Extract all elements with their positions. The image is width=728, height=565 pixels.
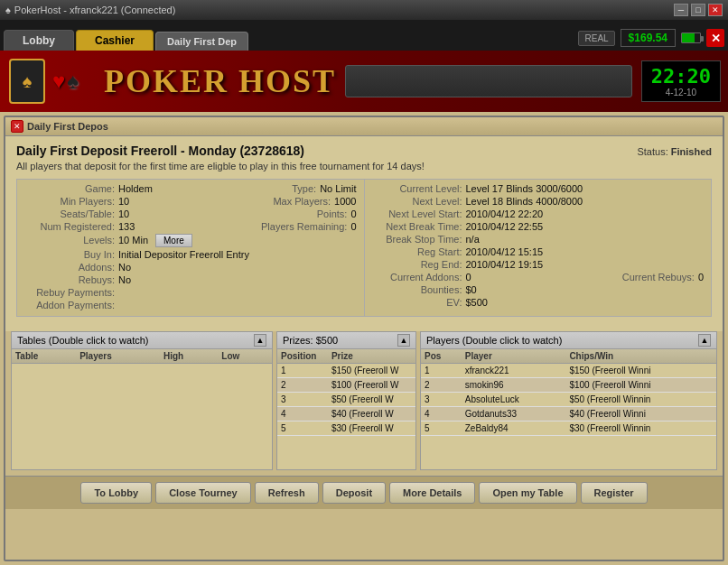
players-scroll-container[interactable]: Pos Player Chips/Win 1xfranck221$150 (Fr… bbox=[421, 349, 716, 469]
next-level-start-value: 2010/04/12 22:20 bbox=[466, 208, 544, 219]
title-bar: ♠ PokerHost - xfranck221 (Connected) ─ □… bbox=[0, 0, 728, 20]
player-pos: 4 bbox=[421, 407, 462, 421]
prizes-scroll-container[interactable]: Position Prize 1$150 (Freeroll W2$100 (F… bbox=[277, 349, 415, 469]
addon-payments-row: Addon Payments: bbox=[24, 300, 357, 310]
min-players-value: 10 bbox=[118, 196, 129, 207]
levels-label: Levels: bbox=[24, 235, 115, 245]
player-name: ZeBaldy84 bbox=[462, 421, 566, 436]
prizes-panel-header: Prizes: $500 ▲ bbox=[277, 332, 415, 349]
tables-col-players: Players bbox=[76, 349, 160, 364]
players-panel-header: Players (Double click to watch) ▲ bbox=[421, 332, 716, 349]
logo: ♠ ♥ ♠ POKER HOST bbox=[0, 59, 336, 104]
deposit-button[interactable]: Deposit bbox=[322, 482, 386, 504]
more-details-button[interactable]: More Details bbox=[389, 482, 475, 504]
prize-value: $100 (Freeroll W bbox=[328, 378, 415, 393]
rebuys-row: Rebuys: No bbox=[24, 274, 357, 285]
player-row[interactable]: 1xfranck221$150 (Freeroll Winni bbox=[421, 364, 716, 378]
refresh-button[interactable]: Refresh bbox=[255, 482, 319, 504]
game-label: Game: bbox=[24, 183, 115, 194]
levels-row: Levels: 10 Min More bbox=[24, 234, 357, 247]
player-row[interactable]: 4Gotdanuts33$40 (Freeroll Winni bbox=[421, 407, 716, 421]
open-my-table-button[interactable]: Open my Table bbox=[479, 482, 576, 504]
num-reg-value: 133 bbox=[118, 221, 135, 232]
prizes-panel: Prizes: $500 ▲ Position Prize 1$150 (Fr bbox=[276, 331, 416, 470]
min-players-label: Min Players: bbox=[24, 196, 115, 207]
close-tourney-button[interactable]: Close Tourney bbox=[155, 482, 251, 504]
tables-col-high: High bbox=[160, 349, 218, 364]
tables-scroll-container[interactable]: Table Players High Low bbox=[12, 349, 272, 469]
player-pos: 1 bbox=[421, 364, 462, 378]
next-level-row: Next Level: Level 18 Blinds 4000/8000 bbox=[372, 196, 705, 207]
info-right-panel: Current Level: Level 17 Blinds 3000/6000… bbox=[365, 179, 713, 317]
cashier-tab[interactable]: Cashier bbox=[76, 30, 154, 51]
player-name: smokin96 bbox=[462, 378, 566, 393]
players-table: Pos Player Chips/Win 1xfranck221$150 (Fr… bbox=[421, 349, 716, 436]
players-panel: Players (Double click to watch) ▲ Pos Pl… bbox=[420, 331, 717, 470]
addons-label: Addons: bbox=[24, 262, 115, 273]
maximize-button[interactable]: □ bbox=[691, 4, 705, 16]
prizes-col-prize: Prize bbox=[328, 349, 415, 364]
prize-pos: 3 bbox=[277, 393, 328, 407]
minimize-button[interactable]: ─ bbox=[674, 4, 688, 16]
bottom-bar: To Lobby Close Tourney Refresh Deposit M… bbox=[5, 476, 723, 509]
player-chips: $30 (Freeroll Winnin bbox=[565, 421, 716, 436]
ev-row: EV: $500 bbox=[372, 297, 705, 308]
players-row: Min Players: 10 Max Players: 1000 bbox=[24, 196, 357, 207]
prize-value: $40 (Freeroll W bbox=[328, 407, 415, 421]
nav-right: REAL $169.54 ✕ bbox=[578, 29, 724, 51]
break-stop-value: n/a bbox=[466, 234, 480, 245]
current-rebuys-value: 0 bbox=[698, 272, 704, 282]
tables-scroll-up[interactable]: ▲ bbox=[254, 334, 266, 347]
next-break-label: Next Break Time: bbox=[372, 221, 462, 232]
close-window-button[interactable]: ✕ bbox=[708, 4, 723, 16]
title-bar-controls: ─ □ ✕ bbox=[674, 4, 723, 16]
rebuys-value: No bbox=[118, 274, 131, 285]
app-frame: ♠ PokerHost - xfranck221 (Connected) ─ □… bbox=[0, 0, 728, 565]
next-level-value: Level 18 Blinds 4000/8000 bbox=[466, 196, 583, 207]
registered-row: Num Registered: 133 Players Remaining: 0 bbox=[24, 221, 357, 232]
players-col-chips: Chips/Win bbox=[565, 349, 716, 364]
lobby-tab[interactable]: Lobby bbox=[4, 30, 74, 51]
prizes-header-text: Prizes: $500 bbox=[283, 335, 338, 346]
current-level-row: Current Level: Level 17 Blinds 3000/6000 bbox=[372, 183, 705, 194]
to-lobby-button[interactable]: To Lobby bbox=[80, 482, 152, 504]
game-row: Game: Holdem Type: No Limit bbox=[24, 183, 357, 194]
addons-row: Addons: No bbox=[24, 262, 357, 273]
prize-row: 1$150 (Freeroll W bbox=[277, 364, 415, 378]
window-close-button[interactable]: ✕ bbox=[11, 120, 23, 133]
info-grid: Game: Holdem Type: No Limit Min Players:… bbox=[16, 179, 712, 317]
window-title: Daily First Depos bbox=[27, 121, 108, 132]
points-value: 0 bbox=[350, 208, 356, 219]
player-row[interactable]: 2smokin96$100 (Freeroll Winni bbox=[421, 378, 716, 393]
player-row[interactable]: 3AbsoluteLuck$50 (Freeroll Winnin bbox=[421, 393, 716, 407]
balance-display: $169.54 bbox=[621, 29, 676, 47]
players-scroll-up[interactable]: ▲ bbox=[698, 334, 711, 347]
main-window: ✕ Daily First Depos Daily First Deposit … bbox=[4, 116, 724, 561]
prizes-scroll-up[interactable]: ▲ bbox=[397, 334, 410, 347]
current-level-label: Current Level: bbox=[372, 183, 462, 194]
rebuys-label: Rebuys: bbox=[24, 274, 115, 285]
prize-pos: 5 bbox=[277, 421, 328, 436]
status-value: Finished bbox=[671, 146, 712, 157]
prize-row: 3$50 (Freeroll W bbox=[277, 393, 415, 407]
tournament-title: Daily First Deposit Freeroll - Monday (2… bbox=[16, 144, 304, 158]
daily-first-dep-tab[interactable]: Daily First Dep bbox=[155, 32, 248, 51]
more-button[interactable]: More bbox=[155, 234, 192, 247]
tournament-subtitle: All players that deposit for the first t… bbox=[16, 161, 712, 171]
bounties-row: Bounties: $0 bbox=[372, 284, 705, 295]
prizes-col-position: Position bbox=[277, 349, 328, 364]
clock-time: 22:20 bbox=[651, 65, 711, 88]
prize-row: 2$100 (Freeroll W bbox=[277, 378, 415, 393]
register-button[interactable]: Register bbox=[581, 482, 648, 504]
nav-bar: Lobby Cashier Daily First Dep REAL $169.… bbox=[0, 20, 728, 51]
next-level-start-label: Next Level Start: bbox=[372, 208, 462, 219]
prize-row: 4$40 (Freeroll W bbox=[277, 407, 415, 421]
player-row[interactable]: 5ZeBaldy84$30 (Freeroll Winnin bbox=[421, 421, 716, 436]
tables-panel-header: Tables (Double click to watch) ▲ bbox=[12, 332, 272, 349]
addons-rebuys-row: Current Addons: 0 Current Rebuys: 0 bbox=[372, 272, 705, 282]
players-rem-value: 0 bbox=[350, 221, 356, 232]
logo-area: ♠ ♥ ♠ POKER HOST 22:20 4-12-10 bbox=[0, 51, 728, 112]
nav-close-button[interactable]: ✕ bbox=[706, 29, 724, 47]
reg-start-value: 2010/04/12 15:15 bbox=[466, 246, 544, 257]
tables-panel: Tables (Double click to watch) ▲ Table P… bbox=[11, 331, 273, 470]
